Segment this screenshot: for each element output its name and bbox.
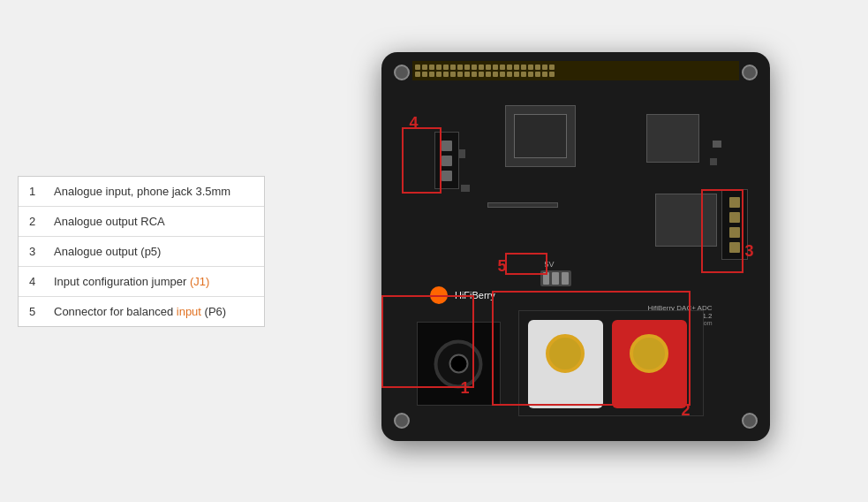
gpio-pin [443, 72, 449, 77]
p6-pin-1 [543, 272, 550, 285]
p5-pin-2 [729, 212, 740, 223]
gpio-pin [535, 72, 540, 77]
gpio-pin [429, 65, 434, 70]
board-area: 5V HiFiBerry HifiBerry DAC+ ADC HW 1.2 w… [291, 34, 850, 468]
gpio-pin [415, 65, 420, 70]
gpio-pin [528, 65, 533, 70]
board-brand-logo: HiFiBerry [430, 286, 495, 304]
legend-num-2: 2 [29, 215, 47, 228]
p6-connector [540, 270, 571, 286]
ic-chip-main [505, 105, 576, 167]
legend-num-5: 5 [29, 305, 47, 318]
legend-num-3: 3 [29, 245, 47, 258]
annotation-label-5: 5 [498, 257, 507, 276]
gpio-pin [542, 65, 547, 70]
gpio-pin [493, 72, 498, 77]
gpio-pin [436, 72, 442, 77]
main-container: 1 Analogue input, phone jack 3.5mm 2 Ana… [0, 0, 868, 502]
gpio-pin [549, 72, 555, 77]
connector-strip [487, 202, 558, 208]
annotation-label-4: 4 [410, 114, 419, 133]
j1-pin-2 [442, 156, 452, 166]
mounting-hole-tr [742, 65, 758, 80]
gpio-pin [514, 72, 519, 77]
legend-text-1: Analogue input, phone jack 3.5mm [54, 185, 230, 198]
p5-connector [721, 189, 748, 260]
gpio-pin [521, 72, 526, 77]
gpio-pin [422, 65, 427, 70]
ic-chip-2 [646, 114, 699, 163]
gpio-pin [472, 72, 477, 77]
annotation-label-1: 1 [461, 379, 470, 398]
gpio-pin [457, 65, 463, 70]
gpio-pin [514, 65, 519, 70]
gpio-pin [507, 72, 512, 77]
gpio-pin [429, 72, 434, 77]
legend-row-3: 3 Analogue output (p5) [19, 237, 264, 267]
gpio-pin [486, 65, 491, 70]
rca-white [528, 320, 603, 408]
board-image: 5V HiFiBerry HifiBerry DAC+ ADC HW 1.2 w… [355, 34, 788, 468]
mounting-hole-br [742, 413, 758, 429]
p6-pin-3 [562, 272, 569, 285]
gpio-pin [535, 65, 540, 70]
p5-pin-1 [729, 197, 740, 208]
legend-text-2: Analogue output RCA [54, 215, 165, 228]
annotation-label-3: 3 [745, 242, 754, 261]
gpio-pin [415, 72, 420, 77]
mounting-hole-bl [394, 413, 410, 429]
gpio-pin [528, 72, 533, 77]
legend-row-5: 5 Connector for balanced input (P6) [19, 297, 264, 326]
gpio-pin [507, 65, 512, 70]
gpio-pin [479, 72, 484, 77]
gpio-pin [493, 65, 498, 70]
legend-row-2: 2 Analogue output RCA [19, 207, 264, 237]
gpio-pin [521, 65, 526, 70]
rca-red [612, 320, 687, 408]
gpio-pin [472, 65, 477, 70]
pcb-board: 5V HiFiBerry HifiBerry DAC+ ADC HW 1.2 w… [381, 52, 770, 441]
legend-row-4: 4 Input configuration jumper (J1) [19, 267, 264, 297]
gpio-pin [436, 65, 442, 70]
gpio-pin [486, 72, 491, 77]
gpio-pin [542, 72, 547, 77]
j1-pin-1 [442, 141, 452, 151]
gpio-header [412, 61, 739, 80]
gpio-pin [443, 65, 449, 70]
legend-num-4: 4 [29, 275, 47, 288]
annotation-label-2: 2 [682, 401, 691, 420]
gpio-pin [479, 65, 484, 70]
gpio-pin [549, 65, 555, 70]
rca-connectors [518, 310, 704, 416]
gpio-pin [422, 72, 427, 77]
p6-pin-2 [552, 272, 559, 285]
cap-4 [710, 158, 717, 165]
legend-row-1: 1 Analogue input, phone jack 3.5mm [19, 177, 264, 207]
cap-3 [713, 141, 721, 148]
legend-text-4: Input configuration jumper (J1) [54, 275, 209, 288]
gpio-pin [450, 72, 456, 77]
phone-jack-connector [417, 322, 501, 406]
gpio-pin [500, 72, 505, 77]
gpio-pin [464, 72, 470, 77]
legend-text-3: Analogue output (p5) [54, 245, 161, 258]
legend-text-5: Connector for balanced input (P6) [54, 305, 226, 318]
p5-pin-3 [729, 227, 740, 238]
gpio-pin [500, 65, 505, 70]
voltage-label: 5V [545, 260, 555, 269]
legend-num-1: 1 [29, 185, 47, 198]
j1-pin-3 [442, 171, 452, 181]
gpio-pin [464, 65, 470, 70]
j1-jumper [434, 132, 459, 189]
gpio-pin [457, 72, 463, 77]
legend-table: 1 Analogue input, phone jack 3.5mm 2 Ana… [18, 176, 265, 327]
ic-chip-3 [655, 194, 717, 247]
p5-pin-4 [729, 242, 740, 253]
resistor-2 [461, 185, 470, 192]
mounting-hole-tl [394, 65, 410, 80]
gpio-pin [450, 65, 456, 70]
